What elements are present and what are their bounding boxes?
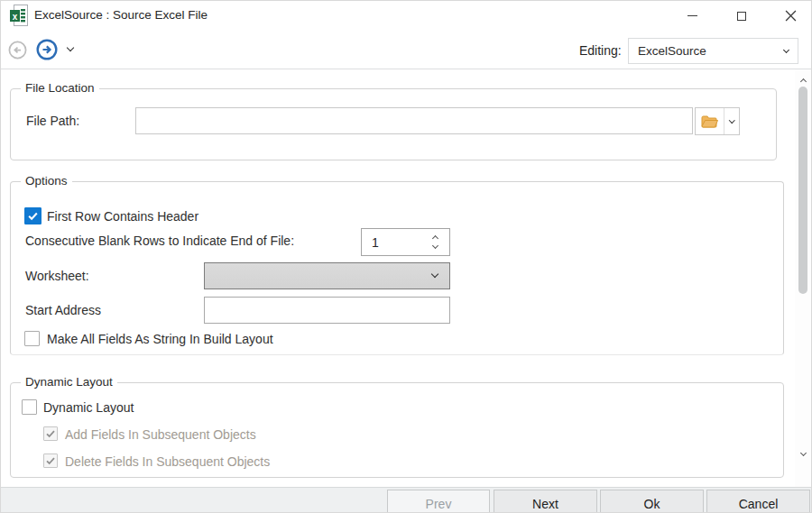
blank-rows-spinner[interactable]: 1 bbox=[361, 228, 450, 256]
scrollbar-thumb[interactable] bbox=[798, 87, 807, 294]
make-all-string-checkbox[interactable] bbox=[24, 331, 40, 346]
folder-icon bbox=[701, 115, 718, 128]
blank-rows-label: Consecutive Blank Rows to Indicate End o… bbox=[25, 234, 294, 248]
cancel-button[interactable]: Cancel bbox=[706, 490, 810, 513]
scroll-down-button[interactable] bbox=[798, 448, 809, 460]
start-address-label: Start Address bbox=[25, 303, 101, 317]
forward-arrow-icon bbox=[36, 39, 58, 60]
first-row-header-label: First Row Contains Header bbox=[47, 209, 198, 224]
group-file-location: File Location File Path: bbox=[10, 88, 777, 160]
blank-rows-value: 1 bbox=[372, 235, 379, 250]
ok-button[interactable]: Ok bbox=[600, 490, 704, 513]
chevron-down-icon bbox=[783, 46, 789, 52]
group-dynamic-layout: Dynamic Layout Dynamic Layout Add Fields… bbox=[10, 382, 784, 478]
dynamic-layout-label: Dynamic Layout bbox=[43, 400, 134, 415]
dynamic-layout-checkbox[interactable] bbox=[22, 399, 37, 415]
group-label-dynamic-layout: Dynamic Layout bbox=[21, 375, 117, 389]
add-fields-label: Add Fields In Subsequent Objects bbox=[65, 427, 256, 442]
minimize-icon bbox=[687, 15, 697, 16]
file-path-input[interactable] bbox=[135, 107, 693, 134]
excel-file-icon: x bbox=[9, 5, 29, 27]
vertical-scrollbar[interactable] bbox=[795, 69, 812, 487]
back-button[interactable] bbox=[8, 41, 27, 63]
browse-dropdown-part[interactable] bbox=[724, 108, 739, 134]
minimize-button[interactable] bbox=[669, 1, 715, 31]
close-icon bbox=[785, 10, 797, 22]
check-icon bbox=[45, 455, 56, 466]
group-options: Options First Row Contains Header Consec… bbox=[10, 181, 784, 355]
editing-label: Editing: bbox=[579, 43, 622, 58]
worksheet-dropdown[interactable] bbox=[204, 262, 450, 289]
title-bar: x ExcelSource : Source Excel File bbox=[1, 1, 811, 31]
toolbar: Editing: ExcelSource bbox=[1, 31, 811, 69]
add-fields-checkbox bbox=[43, 426, 58, 441]
dialog-content: File Location File Path: Options First R… bbox=[1, 69, 795, 487]
close-button[interactable] bbox=[769, 1, 812, 31]
group-label-file-location: File Location bbox=[21, 81, 99, 95]
maximize-icon bbox=[737, 12, 746, 21]
dialog-window: x ExcelSource : Source Excel File Editin… bbox=[0, 0, 812, 513]
first-row-header-checkbox[interactable] bbox=[24, 207, 42, 224]
chevron-down-icon bbox=[800, 450, 807, 456]
check-icon bbox=[27, 210, 39, 222]
spinner-up-icon[interactable] bbox=[432, 235, 438, 242]
make-all-string-label: Make All Fields As String In Build Layou… bbox=[47, 332, 273, 346]
back-arrow-icon bbox=[8, 41, 27, 60]
delete-fields-label: Delete Fields In Subsequent Objects bbox=[65, 454, 270, 469]
worksheet-label: Worksheet: bbox=[25, 269, 89, 283]
svg-text:x: x bbox=[13, 12, 18, 22]
next-button[interactable]: Next bbox=[494, 490, 597, 513]
scroll-up-button[interactable] bbox=[798, 74, 809, 86]
spinner-down-icon[interactable] bbox=[432, 243, 438, 249]
window-title: ExcelSource : Source Excel File bbox=[34, 8, 208, 22]
forward-menu-chevron-icon[interactable] bbox=[67, 44, 74, 51]
chevron-down-icon bbox=[729, 117, 734, 123]
chevron-up-icon bbox=[800, 78, 807, 84]
group-label-options: Options bbox=[21, 174, 72, 188]
editing-combobox-value: ExcelSource bbox=[638, 44, 784, 58]
forward-button[interactable] bbox=[36, 39, 58, 64]
editing-combobox[interactable]: ExcelSource bbox=[628, 38, 798, 64]
check-icon bbox=[45, 428, 56, 439]
start-address-input[interactable] bbox=[204, 297, 450, 324]
maximize-button[interactable] bbox=[719, 1, 764, 31]
chevron-down-icon bbox=[431, 270, 438, 278]
browse-split-button[interactable] bbox=[695, 107, 740, 135]
file-path-label: File Path: bbox=[26, 114, 79, 128]
delete-fields-checkbox bbox=[43, 453, 58, 468]
footer-bar: Prev Next Ok Cancel bbox=[1, 487, 811, 513]
prev-button[interactable]: Prev bbox=[387, 490, 490, 513]
